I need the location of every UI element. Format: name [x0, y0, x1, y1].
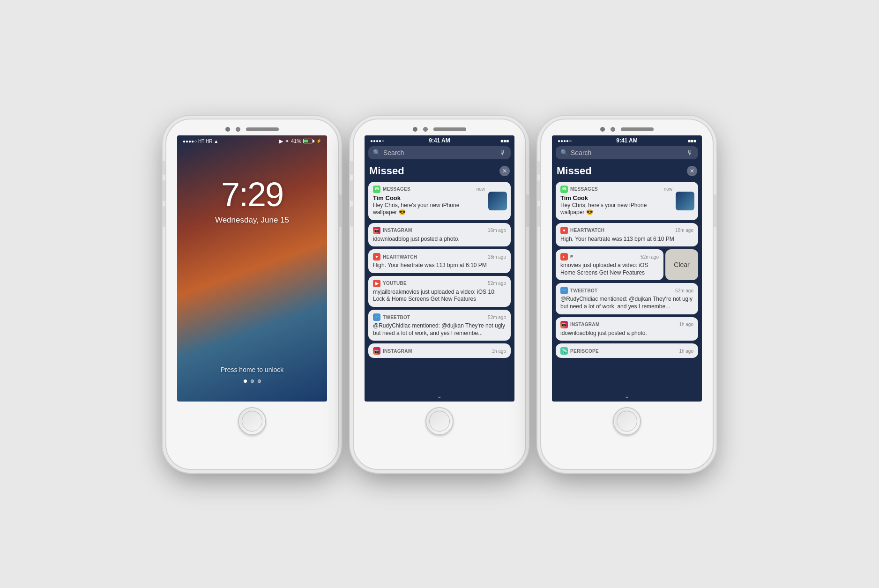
notif-messages-header-2: ✉ MESSAGES now [560, 186, 672, 193]
missed-title-1: Missed [369, 165, 404, 177]
instagram-partial-notif-time-1: 1h ago [492, 349, 506, 354]
messages-notif-time-1: now [477, 186, 485, 192]
notif-youtube-1[interactable]: ▶ YOUTUBE 52m ago myjailbreakmovies just… [368, 276, 511, 307]
search-placeholder-1: Search [383, 149, 497, 156]
volume-down-button-3[interactable] [537, 206, 540, 227]
notif-carrier-1: ●●●●○ [370, 138, 384, 143]
missed-close-button-1[interactable]: ✕ [499, 166, 510, 176]
notif-messages-2[interactable]: ✉ MESSAGES now Tim Cook Hey Chris, here'… [556, 182, 698, 220]
notif-instagram-2[interactable]: 📷 INSTAGRAM 1h ago idownloadblog just po… [556, 317, 698, 341]
lockscreen-date: Wednesday, June 15 [215, 216, 289, 225]
volume-up-button[interactable] [163, 180, 165, 201]
silent-switch-2[interactable] [350, 161, 353, 175]
nav-icon: ▶ [279, 138, 283, 144]
notif-messages-header-1: ✉ MESSAGES now [373, 186, 485, 193]
volume-down-button[interactable] [163, 206, 165, 227]
youtube-app-name-2: E [570, 254, 573, 259]
volume-up-button-3[interactable] [537, 180, 540, 201]
youtube-app-name-1: YOUTUBE [383, 281, 407, 286]
search-magnifier-icon-2: 🔍 [560, 149, 568, 156]
camera-2 [423, 127, 428, 132]
missed-header-2: Missed ✕ [556, 163, 698, 179]
phone-lockscreen: ●●●●○ HT HR ▲ ▶ ✦ 41% ⚡ [165, 119, 339, 470]
tweetbot-app-name-1: TWEETBOT [383, 315, 410, 320]
instagram-notif-time-2: 1h ago [679, 322, 693, 327]
home-button-inner-2 [429, 411, 450, 432]
notif-instagram-partial-1[interactable]: 📷 INSTAGRAM 1h ago [368, 343, 511, 358]
messages-notif-time-2: now [664, 186, 672, 192]
tweetbot-notif-time-1: 52m ago [488, 315, 506, 320]
tweetbot-app-icon-2: 🐦 [560, 287, 568, 294]
notif-time-2: 9:41 AM [616, 137, 638, 144]
search-placeholder-2: Search [571, 149, 684, 156]
swipe-chevron-2: ⌄ [624, 392, 630, 400]
mic-icon-1[interactable]: 🎙 [499, 149, 506, 156]
sensor-3 [600, 127, 605, 132]
youtube-notif-time-1: 52m ago [488, 281, 506, 286]
power-button-3[interactable] [714, 194, 716, 227]
carrier-text: ●●●●○ HT HR [183, 139, 212, 144]
thumbnail-image-1 [488, 192, 507, 210]
home-button[interactable] [238, 407, 266, 435]
swipe-indicator-2: ⌄ [552, 390, 702, 402]
swipe-chevron-1: ⌄ [437, 392, 442, 400]
notif-tweetbot-1[interactable]: 🐦 TWEETBOT 52m ago @RudyChidiac mentione… [368, 310, 511, 341]
volume-down-button-2[interactable] [350, 206, 353, 227]
messages-app-icon-2: ✉ [560, 186, 568, 193]
instagram-notif-body-1: idownloadblog just posted a photo. [373, 236, 506, 243]
search-bar-2[interactable]: 🔍 Search 🎙 [556, 146, 698, 159]
search-magnifier-icon-1: 🔍 [373, 149, 380, 156]
notif-heartwatch-2[interactable]: ♥ HEARTWATCH 18m ago High. Your heartrat… [556, 223, 698, 247]
heartwatch-app-name-2: HEARTWATCH [570, 228, 604, 233]
clear-button[interactable]: Clear [665, 249, 698, 280]
phone-top [166, 119, 338, 135]
volume-up-button-2[interactable] [350, 180, 353, 201]
lock-icon: ⚡ [316, 139, 321, 143]
silent-switch-3[interactable] [537, 161, 540, 175]
speaker [246, 127, 279, 131]
tweetbot-notif-body-1: @RudyChidiac mentioned: @dujkan They're … [373, 322, 506, 337]
notif-messages-app-info-1: ✉ MESSAGES [373, 186, 410, 193]
search-bar-1[interactable]: 🔍 Search 🎙 [368, 146, 511, 159]
notif-youtube-2[interactable]: E E 52m ago kmovies just uploaded a vide… [556, 249, 663, 280]
notifications-list-2: Missed ✕ ✉ MESSAGES now Tim Cook [552, 163, 702, 390]
tweetbot-notif-time-2: 52m ago [675, 288, 693, 293]
youtube-notif-time-2: 52m ago [641, 254, 659, 260]
thumbnail-image-2 [676, 192, 694, 210]
notif-messages-1[interactable]: ✉ MESSAGES now Tim Cook Hey Chris, here'… [368, 182, 511, 220]
notif-status-bar-2: ●●●●○ 9:41 AM ■■■ [552, 135, 702, 146]
youtube-app-icon-1: ▶ [373, 280, 380, 287]
home-button-inner [242, 411, 262, 432]
status-right: ▶ ✦ 41% ⚡ [279, 138, 321, 144]
missed-title-2: Missed [557, 165, 592, 177]
missed-close-button-2[interactable]: ✕ [687, 166, 697, 176]
notif-heartwatch-1[interactable]: ♥ HEARTWATCH 18m ago High. Your heartrat… [368, 249, 511, 273]
camera-3 [611, 127, 615, 132]
notif-tweetbot-app-info-2: 🐦 TWEETBOT [560, 287, 598, 294]
home-button-2[interactable] [425, 407, 454, 435]
instagram-app-name-2: INSTAGRAM [570, 322, 600, 327]
power-button-2[interactable] [526, 194, 529, 227]
phone-top-2 [354, 119, 525, 135]
heartwatch-app-icon-2: ♥ [560, 227, 568, 234]
camera [236, 127, 240, 132]
instagram-partial-app-name-1: INSTAGRAM [383, 349, 412, 354]
instagram-app-icon-2: 📷 [560, 321, 568, 328]
tweetbot-app-name-2: TWEETBOT [570, 288, 598, 293]
battery-icon [303, 139, 314, 143]
notif-periscope-2[interactable]: 📡 PERISCOPE 1h ago [556, 343, 698, 358]
notif-battery-2: ■■■ [688, 138, 696, 143]
wifi-icon: ▲ [214, 139, 218, 144]
notif-heartwatch-header-2: ♥ HEARTWATCH 18m ago [560, 227, 693, 234]
power-button[interactable] [339, 194, 342, 227]
page-dot-3 [258, 380, 261, 383]
speaker-3 [621, 127, 654, 131]
notif-tweetbot-2[interactable]: 🐦 TWEETBOT 52m ago @RudyChidiac mentione… [556, 283, 698, 314]
silent-switch[interactable] [163, 161, 165, 175]
notification-screen-2: ●●●●○ 9:41 AM ■■■ 🔍 Search 🎙 Misse [552, 135, 702, 402]
notif-tweetbot-header-2: 🐦 TWEETBOT 52m ago [560, 287, 693, 294]
notif-instagram-1[interactable]: 📷 INSTAGRAM 16m ago idownloadblog just p… [368, 223, 511, 247]
bluetooth-icon: ✦ [285, 138, 289, 144]
mic-icon-2[interactable]: 🎙 [687, 149, 693, 156]
home-button-3[interactable] [613, 407, 641, 435]
